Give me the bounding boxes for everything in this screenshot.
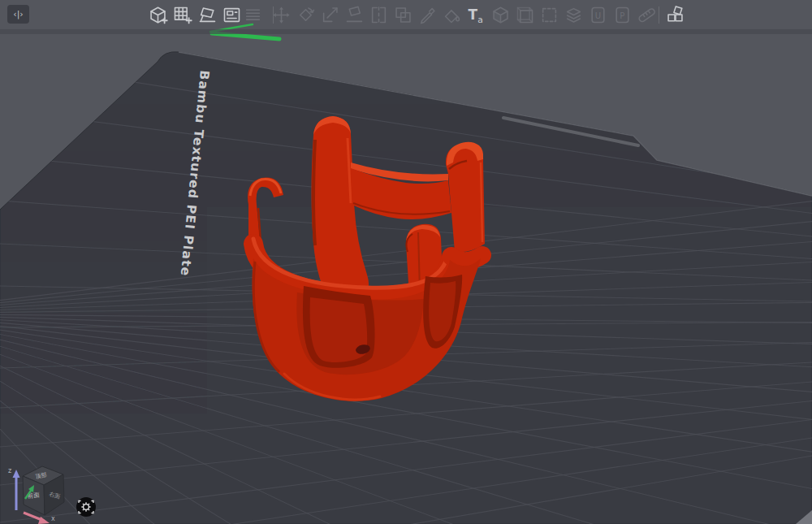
color-painting-button[interactable] (417, 4, 438, 26)
layers-list-button[interactable] (242, 4, 264, 26)
add-object-icon (147, 4, 169, 26)
rotate-button[interactable] (295, 4, 317, 26)
color-painting-icon (417, 4, 438, 26)
text-tool-button[interactable]: Ta (465, 4, 487, 26)
lay-on-face-icon (343, 4, 365, 26)
move-button[interactable] (270, 4, 292, 26)
move-icon (270, 4, 292, 26)
lay-on-face-button[interactable] (343, 4, 365, 26)
auto-orient-button[interactable] (197, 4, 218, 26)
arrange-icon (221, 4, 243, 26)
seam-painting-icon (490, 4, 512, 26)
selection-icon (538, 4, 560, 26)
text-tool-icon: Ta (465, 4, 487, 26)
add-object-button[interactable] (147, 4, 169, 26)
view-settings-button[interactable] (76, 497, 96, 517)
slicer-app: Bambu Textured PEI Plate (0, 0, 812, 524)
badge-p-tool-button[interactable]: P (611, 4, 633, 26)
support-painting-button[interactable] (441, 4, 463, 26)
measure-icon (636, 4, 658, 26)
assembly-view-icon (664, 4, 686, 26)
badge-u-tool-button[interactable]: U (587, 4, 609, 26)
badge-p-tool-icon: P (611, 4, 633, 26)
sidebar-collapse-button[interactable]: ‹|› (7, 5, 29, 24)
axis-x-label: x (51, 515, 55, 522)
mesh-boolean-button[interactable] (514, 4, 536, 26)
support-painting-icon (441, 4, 463, 26)
layers-list-icon (242, 4, 264, 26)
add-plate-icon (171, 4, 193, 26)
mesh-boolean-icon (514, 4, 536, 26)
measure-button[interactable] (636, 4, 658, 26)
auto-orient-icon (197, 4, 218, 26)
split-to-parts-icon (392, 4, 414, 26)
badge-u-tool-icon: U (587, 4, 609, 26)
svg-text:a: a (477, 15, 483, 25)
split-to-objects-button[interactable] (368, 4, 390, 26)
svg-text:T: T (468, 6, 477, 23)
toolbar-separator (659, 6, 659, 24)
assembly-view-button[interactable] (664, 4, 686, 26)
seam-painting-button[interactable] (490, 4, 512, 26)
svg-text:U: U (595, 11, 601, 20)
svg-text:P: P (620, 11, 624, 20)
split-to-parts-button[interactable] (392, 4, 414, 26)
variable-layer-height-button[interactable] (563, 4, 585, 26)
add-plate-button[interactable] (171, 4, 193, 26)
split-to-objects-icon (368, 4, 390, 26)
scale-icon (319, 4, 341, 26)
arrange-button[interactable] (221, 4, 243, 26)
scale-button[interactable] (319, 4, 341, 26)
variable-layer-height-icon (563, 4, 585, 26)
viewport-3d[interactable]: Bambu Textured PEI Plate (0, 0, 812, 524)
toolbar-separator (273, 6, 274, 24)
main-toolbar: TaUP (0, 0, 812, 31)
rotate-icon (295, 4, 317, 26)
axis-z-label: z (8, 467, 11, 474)
selection-button[interactable] (538, 4, 560, 26)
